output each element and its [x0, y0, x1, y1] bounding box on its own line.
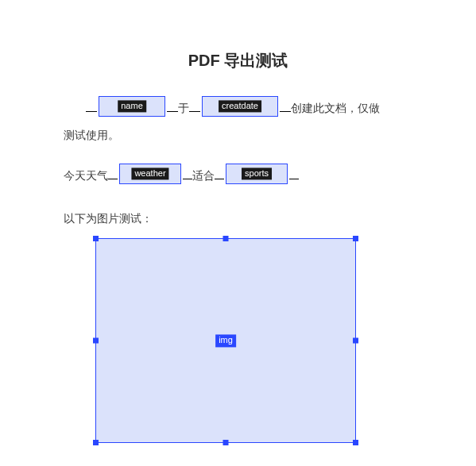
resize-handle-middle-left[interactable]: [93, 338, 99, 344]
text-tail-1b: 测试使用。: [64, 129, 119, 141]
text-weather-mid: 适合: [192, 169, 215, 182]
text-connector-yu: 于: [178, 102, 189, 114]
field-name-tag: name: [118, 100, 146, 112]
image-placeholder-wrap: img: [95, 238, 412, 443]
resize-handle-bottom-center[interactable]: [223, 440, 229, 445]
resize-handle-top-center[interactable]: [223, 236, 229, 241]
image-section-label: 以下为图片测试：: [64, 206, 412, 233]
resize-handle-top-left[interactable]: [93, 236, 99, 241]
field-creatdate[interactable]: creatdate: [200, 95, 280, 122]
resize-handle-bottom-right[interactable]: [353, 440, 358, 445]
text-weather-prefix: 今天天气: [64, 169, 108, 182]
text-tail-1: 创建此文档，仅做: [291, 102, 380, 114]
field-creatdate-tag: creatdate: [219, 100, 261, 112]
paragraph-weather: 今天天气 weather 适合 sports: [64, 163, 412, 190]
field-image[interactable]: img: [95, 238, 356, 443]
field-name[interactable]: name: [97, 95, 167, 122]
document-body: PDF 导出测试 name 于 creatdate 创建此文档，仅做 测试使用。…: [0, 0, 476, 443]
field-sports-tag: sports: [242, 168, 272, 180]
field-image-tag: img: [215, 335, 236, 347]
field-sports[interactable]: sports: [224, 163, 289, 190]
field-weather-tag: weather: [131, 168, 168, 180]
field-weather[interactable]: weather: [118, 163, 183, 190]
resize-handle-top-right[interactable]: [353, 236, 358, 241]
resize-handle-bottom-left[interactable]: [93, 440, 99, 445]
resize-handle-middle-right[interactable]: [353, 338, 358, 344]
paragraph-intro: name 于 creatdate 创建此文档，仅做 测试使用。: [64, 95, 412, 148]
page-title: PDF 导出测试: [64, 48, 412, 73]
